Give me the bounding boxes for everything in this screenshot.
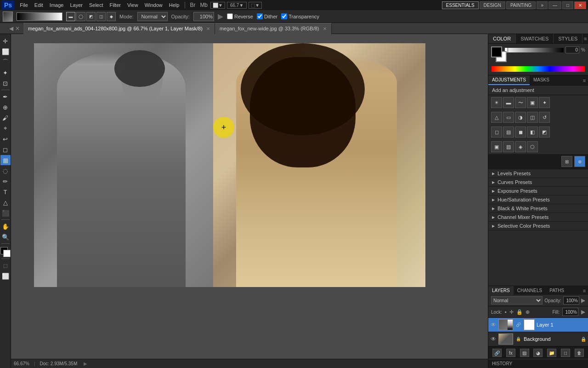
channels-tab[interactable]: CHANNELS — [514, 286, 546, 295]
menu-window[interactable]: Window — [142, 1, 165, 9]
styles-tab[interactable]: STYLES — [554, 34, 582, 43]
foreground-swatch[interactable] — [491, 46, 502, 58]
clone-tool[interactable]: ⌖ — [0, 123, 11, 133]
add-mask-btn[interactable]: ▨ — [520, 349, 529, 357]
preset-channelmixer[interactable]: ▶ Channel Mixer Presets — [488, 213, 588, 222]
marquee-tool[interactable]: ⬜ — [0, 46, 11, 57]
brush-tool[interactable]: 🖌 — [0, 113, 11, 123]
mask-clipping-icon[interactable]: ◈ — [515, 141, 526, 152]
mask-vector-icon[interactable]: ▧ — [503, 141, 514, 152]
pen-tool[interactable]: ✏ — [0, 176, 11, 186]
radial-gradient-btn[interactable]: ◯ — [76, 12, 85, 21]
canvas-options-btn[interactable]: ⬜▼ — [210, 2, 225, 9]
layer-effects-btn[interactable]: fx — [506, 349, 515, 357]
reverse-checkbox[interactable] — [227, 13, 233, 19]
color-tab[interactable]: COLOR — [488, 34, 516, 43]
zoom-tool[interactable]: 🔍 — [0, 232, 11, 242]
adjustment-layer-btn[interactable]: ◕ — [533, 349, 543, 357]
photofilter-adj-icon[interactable]: ◫ — [527, 112, 538, 123]
link-layers-btn[interactable]: 🔗 — [492, 349, 502, 357]
adjustments-tab[interactable]: ADJUSTMENTS — [488, 75, 530, 85]
crop-tool[interactable]: ⊡ — [0, 78, 11, 88]
workspace-painting-btn[interactable]: PAINTING — [506, 1, 536, 9]
selectivecolor-adj-icon[interactable]: ◩ — [539, 126, 550, 138]
workspace-more-btn[interactable]: » — [537, 1, 548, 9]
adj-action-2[interactable]: ⊕ — [574, 156, 585, 167]
linear-gradient-btn[interactable]: ▬ — [66, 12, 75, 21]
panels-expand-btn[interactable]: ✕ — [15, 25, 20, 32]
lock-position-icon[interactable]: ✛ — [509, 309, 514, 315]
paths-tab[interactable]: PATHS — [546, 286, 568, 295]
text-tool[interactable]: T — [0, 187, 11, 197]
lock-pixel-icon[interactable]: ▪ — [505, 309, 507, 315]
panels-collapse-btn[interactable]: ◀ — [9, 25, 13, 32]
mask-pixel-icon[interactable]: ▣ — [491, 141, 502, 152]
shape-tool[interactable]: ⬛ — [0, 208, 11, 218]
layer1-link-icon[interactable]: 🔗 — [516, 322, 521, 327]
lock-all-icon[interactable]: 🔒 — [516, 309, 523, 315]
dither-checkbox-label[interactable]: Dither — [257, 13, 277, 19]
preset-huesaturation[interactable]: ▶ Hue/Saturation Presets — [488, 196, 588, 204]
mask-type-icon[interactable]: ⬡ — [527, 141, 538, 152]
menu-layer[interactable]: Layer — [67, 1, 85, 9]
bridge-btn[interactable]: Br — [188, 2, 197, 8]
tab-2[interactable]: megan_fox_new-wide.jpg @ 33.3% (RGB/8) ✕ — [215, 23, 332, 34]
swatches-tab[interactable]: SWATCHES — [516, 34, 554, 43]
vibrance-adj-icon[interactable]: ✦ — [539, 97, 550, 108]
menu-select[interactable]: Select — [86, 1, 106, 9]
transparency-checkbox[interactable] — [281, 13, 287, 19]
menu-filter[interactable]: Filter — [107, 1, 124, 9]
tab-1[interactable]: megan_fox_armani_ads_004-588x368.jpg @ … — [23, 23, 215, 34]
workspace-essentials-btn[interactable]: ESSENTIALS — [442, 1, 479, 9]
k-value-input[interactable] — [565, 46, 579, 53]
lock-extra-icon[interactable]: ⊕ — [526, 309, 530, 315]
hand-tool[interactable]: ✋ — [0, 221, 11, 231]
patch-tool[interactable]: ⊕ — [0, 102, 11, 112]
gradient-preview[interactable] — [17, 12, 62, 21]
opacity-input[interactable] — [193, 12, 214, 21]
menu-edit[interactable]: Edit — [32, 1, 46, 9]
background-visibility-icon[interactable]: 👁 — [490, 336, 497, 342]
exposure-adj-icon[interactable]: ▣ — [527, 97, 538, 108]
hsl-adj-icon[interactable]: △ — [491, 112, 502, 123]
reverse-checkbox-label[interactable]: Reverse — [227, 13, 253, 19]
dodge-tool[interactable]: ◌ — [0, 166, 11, 176]
eyedropper-tool[interactable]: ✒ — [0, 92, 11, 102]
status-expand-btn[interactable]: ▶ — [84, 361, 87, 366]
color-panel-options-icon[interactable]: ≡ — [582, 34, 588, 43]
preset-levels[interactable]: ▶ Levels Presets — [488, 169, 588, 178]
mode-select[interactable]: Normal — [137, 12, 168, 21]
preset-blackwhite[interactable]: ▶ Black & White Presets — [488, 204, 588, 213]
quickmask-tool[interactable]: ⬚ — [0, 260, 11, 270]
preset-selectivecolor[interactable]: ▶ Selective Color Presets — [488, 222, 588, 230]
move-tool[interactable]: ✛ — [0, 36, 11, 46]
brightness-contrast-icon[interactable]: ☀ — [491, 97, 502, 108]
fill-value-input[interactable] — [562, 308, 578, 316]
layer-row-background[interactable]: 👁 🔒 Background 🔒 — [488, 332, 588, 346]
posterize-adj-icon[interactable]: ▤ — [503, 126, 514, 138]
transparency-checkbox-label[interactable]: Transparency — [281, 13, 319, 19]
gradient-thumbnail[interactable] — [3, 12, 13, 22]
arrange-btn[interactable]: ⬚▼ — [249, 2, 262, 9]
mini-bridge-btn[interactable]: Mb — [198, 2, 209, 8]
delete-layer-btn[interactable]: 🗑 — [575, 349, 584, 357]
layers-options-icon[interactable]: ≡ — [581, 288, 588, 293]
menu-help[interactable]: Help — [166, 1, 182, 9]
invert-adj-icon[interactable]: ◻ — [491, 126, 502, 138]
reflected-gradient-btn[interactable]: ◫ — [96, 12, 106, 21]
channelmixer-adj-icon[interactable]: ↺ — [539, 112, 550, 123]
background-color[interactable] — [3, 250, 11, 257]
preset-exposure[interactable]: ▶ Exposure Presets — [488, 187, 588, 196]
bw-adj-icon[interactable]: ◑ — [515, 112, 526, 123]
opacity-arrow[interactable]: ▶ — [581, 297, 585, 304]
foreground-background-colors[interactable] — [0, 247, 11, 257]
curves-adj-icon[interactable]: 〜 — [515, 97, 526, 108]
masks-tab[interactable]: MASKS — [530, 75, 553, 85]
menu-view[interactable]: View — [124, 1, 141, 9]
new-group-btn[interactable]: 📁 — [547, 349, 556, 357]
minimize-btn[interactable]: — — [548, 1, 561, 9]
layer-row-layer1[interactable]: 👁 🔗 Layer 1 — [488, 318, 588, 332]
angle-gradient-btn[interactable]: ◩ — [86, 12, 96, 21]
opacity-value-input[interactable] — [563, 296, 579, 305]
screenmode-tool[interactable]: ⬜ — [0, 271, 11, 281]
